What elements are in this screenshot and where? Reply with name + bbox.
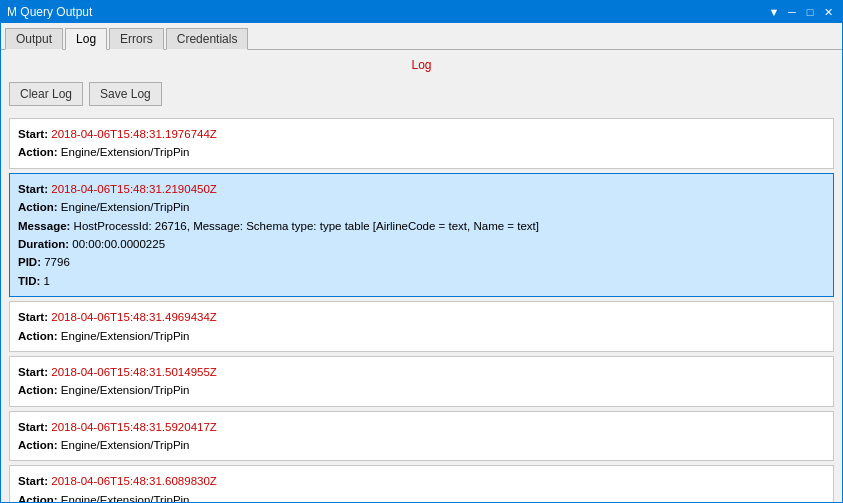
log-field-value: 7796 [44, 256, 70, 268]
log-field: Action: Engine/Extension/TripPin [18, 491, 825, 502]
log-field-label: TID: [18, 275, 44, 287]
log-field: Duration: 00:00:00.0000225 [18, 235, 825, 253]
log-field: Start: 2018-04-06T15:48:31.2190450Z [18, 180, 825, 198]
log-field-value: Engine/Extension/TripPin [61, 384, 190, 396]
minimize-button[interactable]: ─ [784, 4, 800, 20]
log-field-value: Engine/Extension/TripPin [61, 201, 190, 213]
tab-log[interactable]: Log [65, 28, 107, 50]
log-field-label: Start: [18, 128, 51, 140]
toolbar: Clear Log Save Log [1, 78, 842, 114]
log-field-label: Start: [18, 311, 51, 323]
log-field-value: Engine/Extension/TripPin [61, 146, 190, 158]
tab-errors[interactable]: Errors [109, 28, 164, 50]
log-field-label: Action: [18, 494, 61, 502]
log-field-value: 2018-04-06T15:48:31.5920417Z [51, 421, 217, 433]
log-field-label: Action: [18, 201, 61, 213]
log-field-value: Engine/Extension/TripPin [61, 494, 190, 502]
log-field-value: 2018-04-06T15:48:31.1976744Z [51, 128, 217, 140]
main-content: Log Clear Log Save Log Start: 2018-04-06… [1, 50, 842, 502]
log-entry[interactable]: Start: 2018-04-06T15:48:31.2190450ZActio… [9, 173, 834, 297]
log-field-value: HostProcessId: 26716, Message: Schema ty… [74, 220, 539, 232]
log-title: Log [1, 50, 842, 78]
clear-log-button[interactable]: Clear Log [9, 82, 83, 106]
log-field-label: Message: [18, 220, 74, 232]
log-field: Start: 2018-04-06T15:48:31.6089830Z [18, 472, 825, 490]
log-field-value: 2018-04-06T15:48:31.4969434Z [51, 311, 217, 323]
log-entry[interactable]: Start: 2018-04-06T15:48:31.4969434ZActio… [9, 301, 834, 352]
log-field-label: Action: [18, 330, 61, 342]
log-field: Action: Engine/Extension/TripPin [18, 143, 825, 161]
window-title: M Query Output [7, 5, 766, 19]
log-field: Action: Engine/Extension/TripPin [18, 327, 825, 345]
log-entry[interactable]: Start: 2018-04-06T15:48:31.6089830ZActio… [9, 465, 834, 502]
log-field-value: Engine/Extension/TripPin [61, 330, 190, 342]
log-field: Start: 2018-04-06T15:48:31.5014955Z [18, 363, 825, 381]
main-window: M Query Output ▼ ─ □ ✕ Output Log Errors… [0, 0, 843, 503]
log-field-label: Action: [18, 384, 61, 396]
title-bar-controls: ▼ ─ □ ✕ [766, 4, 836, 20]
log-field: PID: 7796 [18, 253, 825, 271]
log-field-value: 2018-04-06T15:48:31.2190450Z [51, 183, 217, 195]
log-field-value: Engine/Extension/TripPin [61, 439, 190, 451]
tab-output[interactable]: Output [5, 28, 63, 50]
log-field-label: Action: [18, 439, 61, 451]
log-field: Action: Engine/Extension/TripPin [18, 381, 825, 399]
log-field: Start: 2018-04-06T15:48:31.1976744Z [18, 125, 825, 143]
log-field: Action: Engine/Extension/TripPin [18, 198, 825, 216]
close-button[interactable]: ✕ [820, 4, 836, 20]
save-log-button[interactable]: Save Log [89, 82, 162, 106]
log-entry[interactable]: Start: 2018-04-06T15:48:31.1976744ZActio… [9, 118, 834, 169]
content-area: Log Clear Log Save Log Start: 2018-04-06… [1, 50, 842, 502]
log-field-label: Start: [18, 421, 51, 433]
log-field-label: Duration: [18, 238, 72, 250]
log-field: Start: 2018-04-06T15:48:31.4969434Z [18, 308, 825, 326]
tab-credentials[interactable]: Credentials [166, 28, 249, 50]
log-field: TID: 1 [18, 272, 825, 290]
tabs-bar: Output Log Errors Credentials [1, 23, 842, 50]
log-field-label: Action: [18, 146, 61, 158]
log-field-label: PID: [18, 256, 44, 268]
log-field: Start: 2018-04-06T15:48:31.5920417Z [18, 418, 825, 436]
log-field-value: 2018-04-06T15:48:31.5014955Z [51, 366, 217, 378]
log-field: Action: Engine/Extension/TripPin [18, 436, 825, 454]
log-field: Message: HostProcessId: 26716, Message: … [18, 217, 825, 235]
pin-button[interactable]: ▼ [766, 4, 782, 20]
log-entry[interactable]: Start: 2018-04-06T15:48:31.5014955ZActio… [9, 356, 834, 407]
log-field-value: 00:00:00.0000225 [72, 238, 165, 250]
log-field-label: Start: [18, 183, 51, 195]
title-bar: M Query Output ▼ ─ □ ✕ [1, 1, 842, 23]
log-field-label: Start: [18, 366, 51, 378]
maximize-button[interactable]: □ [802, 4, 818, 20]
log-entry[interactable]: Start: 2018-04-06T15:48:31.5920417ZActio… [9, 411, 834, 462]
log-field-value: 2018-04-06T15:48:31.6089830Z [51, 475, 217, 487]
log-field-value: 1 [44, 275, 50, 287]
log-scroll-area[interactable]: Start: 2018-04-06T15:48:31.1976744ZActio… [1, 114, 842, 502]
log-field-label: Start: [18, 475, 51, 487]
